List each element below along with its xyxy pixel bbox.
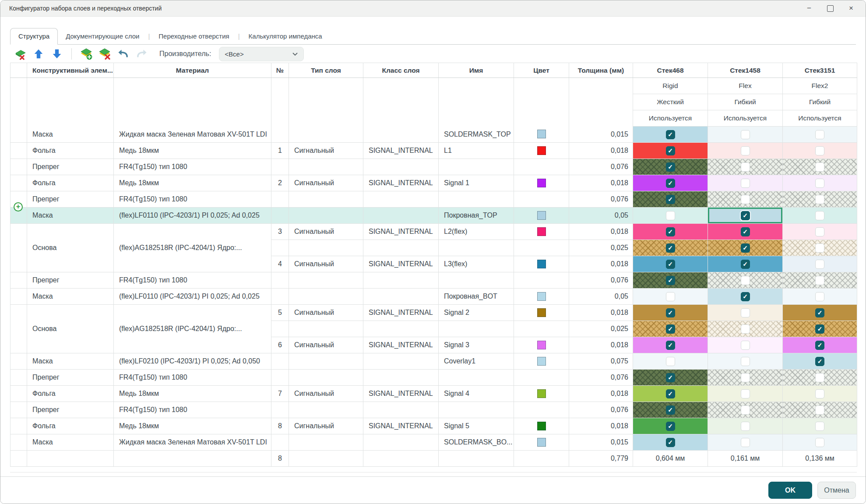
color-swatch[interactable] (537, 341, 546, 349)
cell-element[interactable]: Фольга (27, 418, 114, 434)
color-swatch[interactable] (537, 130, 546, 138)
cell-material[interactable]: FR4(Tg150) тип 1080 (114, 159, 271, 175)
stack-cell[interactable] (783, 143, 857, 159)
color-swatch[interactable] (537, 227, 546, 236)
cell-layer-type[interactable]: Сигнальный (289, 143, 363, 159)
stack-cell[interactable] (708, 256, 783, 272)
stack-cell[interactable] (708, 175, 783, 191)
stack-checkbox[interactable] (815, 438, 824, 447)
cell-color[interactable] (514, 370, 569, 386)
cell-color[interactable] (514, 191, 569, 208)
stack-cell[interactable] (783, 402, 857, 418)
cell-layer-class[interactable]: SIGNAL_INTERNAL (363, 418, 439, 434)
cell-color[interactable] (514, 305, 569, 321)
cell-color[interactable] (514, 321, 569, 337)
cell-material[interactable]: Медь 18мкм (114, 143, 271, 159)
minimize-icon[interactable]: − (802, 2, 817, 14)
cell-thickness[interactable]: 0,05 (569, 208, 633, 224)
stack-cell[interactable] (633, 402, 708, 418)
cell-layer-class[interactable] (363, 272, 439, 289)
cell-color[interactable] (514, 402, 569, 418)
cell-layer-type[interactable] (289, 402, 363, 418)
stack-cell[interactable] (783, 240, 857, 256)
color-swatch[interactable] (537, 308, 546, 317)
cell-layer-type[interactable]: Сигнальный (289, 305, 363, 321)
cell-thickness[interactable]: 0,018 (569, 305, 633, 321)
cell-material[interactable]: FR4(Tg150) тип 1080 (114, 402, 271, 418)
stack-cell[interactable] (633, 272, 708, 289)
stack-cell[interactable] (708, 208, 783, 224)
cell-element[interactable]: Маска (27, 353, 114, 370)
stack-cell[interactable] (708, 370, 783, 386)
cell-layer-type[interactable] (289, 321, 363, 337)
color-swatch[interactable] (537, 260, 546, 268)
stack-cell[interactable] (783, 208, 857, 224)
stack-cell[interactable] (708, 143, 783, 159)
stack-cell[interactable] (633, 224, 708, 240)
cell-thickness[interactable]: 0,018 (569, 418, 633, 434)
stack-cell[interactable] (783, 191, 857, 208)
stack-checkbox[interactable] (815, 211, 824, 220)
cell-name[interactable] (439, 402, 514, 418)
stack-checkbox[interactable] (666, 405, 675, 415)
stack-checkbox[interactable] (741, 373, 750, 382)
tab-impedance[interactable]: Калькулятор импеданса (241, 28, 330, 44)
stack-cell[interactable] (708, 127, 783, 143)
stack-checkbox[interactable] (666, 308, 675, 317)
stack-cell[interactable] (783, 127, 857, 143)
stack-cell[interactable] (633, 191, 708, 208)
cell-thickness[interactable]: 0,018 (569, 175, 633, 191)
stack-checkbox[interactable] (666, 130, 675, 139)
stack-checkbox[interactable] (741, 179, 750, 188)
cell-material[interactable]: Медь 18мкм (114, 386, 271, 402)
cell-layer-type[interactable] (289, 370, 363, 386)
stack-cell[interactable] (633, 386, 708, 402)
cell-layer-class[interactable] (363, 370, 439, 386)
stack-cell[interactable] (783, 370, 857, 386)
cell-color[interactable] (514, 353, 569, 370)
cell-name[interactable]: L2(flex) (439, 224, 514, 240)
cell-thickness[interactable]: 0,076 (569, 191, 633, 208)
cell-layer-class[interactable] (363, 208, 439, 224)
cell-name[interactable]: SOLDERMASK_TOP (439, 78, 514, 143)
stack-checkbox[interactable] (815, 422, 824, 431)
cell-layer-class[interactable]: SIGNAL_INTERNAL (363, 337, 439, 353)
cell-thickness[interactable]: 0,076 (569, 402, 633, 418)
cell-color[interactable] (514, 434, 569, 451)
cell-layer-class[interactable] (363, 289, 439, 305)
cell-thickness[interactable]: 0,076 (569, 272, 633, 289)
cell-color[interactable] (514, 289, 569, 305)
cell-element[interactable]: Маска (27, 208, 114, 224)
cell-color[interactable] (514, 386, 569, 402)
stack-checkbox[interactable] (666, 422, 675, 431)
stack-checkbox[interactable] (815, 308, 824, 317)
cell-name[interactable]: Coverlay1 (439, 353, 514, 370)
cell-thickness[interactable]: 0,018 (569, 386, 633, 402)
cell-material[interactable]: (flex)LF0110 (IPC-4203/1) PI 0,025; Ad 0… (114, 208, 271, 224)
cell-name[interactable]: Signal 5 (439, 418, 514, 434)
stack-cell[interactable] (633, 289, 708, 305)
stack-cell[interactable] (633, 418, 708, 434)
cell-material[interactable]: (flex)AG182518R (IPC-4204/1) Ядро:... (114, 224, 271, 272)
cell-color[interactable] (514, 208, 569, 224)
cell-name[interactable]: Signal 4 (439, 386, 514, 402)
cell-name[interactable]: L1 (439, 143, 514, 159)
cell-name[interactable]: Signal 1 (439, 175, 514, 191)
insert-layer-button[interactable] (14, 202, 23, 211)
cell-color[interactable] (514, 256, 569, 272)
delete-layer-icon[interactable] (14, 47, 27, 60)
cell-layer-type[interactable] (289, 289, 363, 305)
stack-cell[interactable] (783, 175, 857, 191)
stack-checkbox[interactable] (741, 324, 750, 334)
stack-checkbox[interactable] (815, 130, 824, 139)
cell-material[interactable]: Медь 18мкм (114, 418, 271, 434)
tab-doc-layers[interactable]: Документирующие слои (58, 28, 147, 44)
stack-checkbox[interactable] (815, 260, 824, 269)
stack-cell[interactable] (633, 159, 708, 175)
stack-checkbox[interactable] (815, 195, 824, 204)
cell-layer-type[interactable]: Сигнальный (289, 175, 363, 191)
cell-layer-type[interactable] (289, 159, 363, 175)
stack-checkbox[interactable] (741, 438, 750, 447)
cell-thickness[interactable]: 0,075 (569, 353, 633, 370)
tab-structure[interactable]: Структура (10, 28, 58, 45)
